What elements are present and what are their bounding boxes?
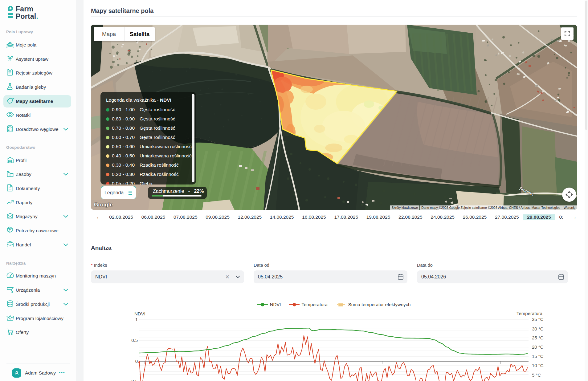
- svg-text:0: 0: [135, 359, 138, 364]
- svg-text:20 °C: 20 °C: [532, 344, 544, 350]
- svg-text:10 °C: 10 °C: [532, 363, 544, 368]
- svg-text:1: 1: [135, 317, 138, 322]
- svg-text:35 °C: 35 °C: [532, 317, 544, 322]
- svg-text:-0.5: -0.5: [130, 379, 138, 381]
- svg-text:25 °C: 25 °C: [532, 335, 544, 340]
- svg-text:30 °C: 30 °C: [532, 326, 544, 331]
- svg-text:0.5: 0.5: [131, 338, 138, 343]
- svg-text:15 °C: 15 °C: [532, 354, 544, 359]
- svg-text:5 °C: 5 °C: [532, 372, 541, 378]
